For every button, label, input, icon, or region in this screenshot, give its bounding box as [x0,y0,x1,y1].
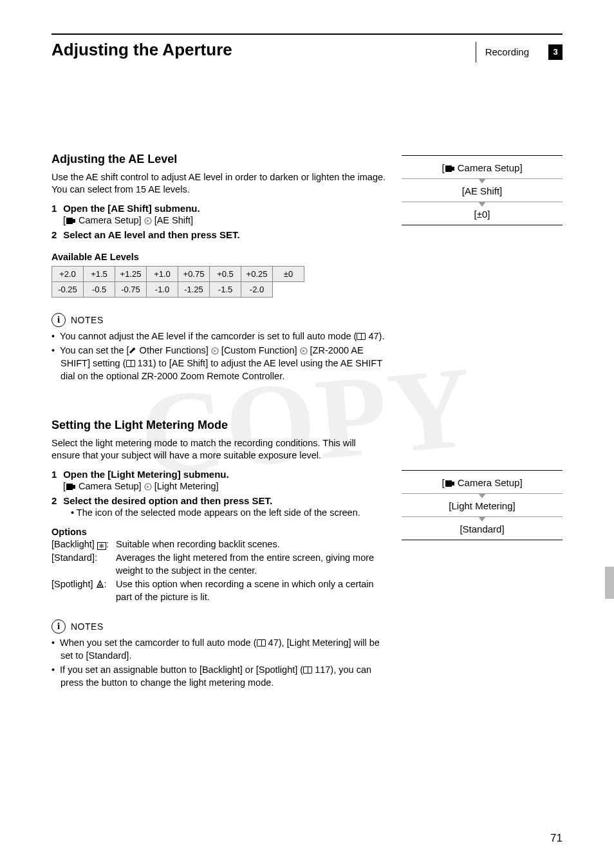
lm-path-b: [Light Metering] [154,481,219,491]
path-row: [ Camera Setup] [402,156,563,178]
lm-step1: 1 Open the [Light Metering] submenu. [51,469,386,480]
ae-path-a: Camera Setup] [79,215,142,225]
svg-rect-6 [73,485,75,489]
opt-desc: Suitable when recording backlit scenes. [116,538,280,551]
lm-step2-sub: • The icon of the selected mode appears … [71,507,386,518]
notes-label: NOTES [71,315,104,325]
path-text: Camera Setup] [458,477,523,488]
ae-note2: You can set the [ Other Functions] [Cust… [51,344,386,382]
opt-label: [Spotlight] : [51,578,116,603]
path-row: [±0] [402,202,563,225]
arrow-icon [300,347,308,355]
ae-step1-text: Open the [AE Shift] submenu. [63,203,200,214]
options-title: Options [51,527,386,537]
svg-rect-10 [452,167,454,171]
arrow-icon [144,483,152,491]
ae-levels-table: +2.0 +1.5 +1.25 +1.0 +0.75 +0.5 +0.25 ±0… [51,266,304,297]
path-row: [ Camera Setup] [402,471,563,493]
info-icon: i [51,313,66,327]
arrow-icon [211,347,219,355]
opt-label: [Standard]: [51,552,116,577]
svg-rect-9 [445,165,452,172]
ae-note1: You cannot adjust the AE level if the ca… [51,330,386,343]
chapter-chip: 3 [548,44,563,60]
opt-spotlight: [Spotlight] : Use this option when recor… [51,578,386,603]
note-text: If you set an assignable button to [Back… [60,665,303,675]
note-text: [Custom Function] [221,345,297,355]
page-title: Adjusting the Aperture [51,40,232,60]
page-number: 71 [550,832,563,845]
ae-notes-header: i NOTES [51,313,386,327]
lm-heading: Setting the Light Metering Mode [51,419,386,432]
svg-point-8 [99,585,101,587]
opt-desc: Use this option when recording a scene i… [116,578,386,603]
ae-intro: Use the AE shift control to adjust AE le… [51,171,386,196]
camera-icon [66,483,76,491]
available-levels-label: Available AE Levels [51,252,386,262]
svg-rect-12 [452,482,454,486]
opt-label-text: [Backlight] [51,539,95,549]
opt-label-text: [Spotlight] [51,579,93,589]
ae-cell: +1.0 [147,266,178,281]
lm-intro: Select the light metering mode to match … [51,437,386,462]
ae-cell: -0.5 [84,281,115,297]
lm-notes-list: When you set the camcorder to full auto … [51,636,386,689]
book-ref-icon [126,360,135,367]
camera-icon [445,165,455,173]
lm-step2: 2 Select the desired option and then pre… [51,495,386,506]
ae-menu-path: [ Camera Setup] [AE Shift] [±0] [402,155,563,225]
opt-backlight: [Backlight] ✻: Suitable when recording b… [51,538,386,551]
ae-cell: +0.25 [241,266,273,281]
book-ref-icon [303,666,312,674]
ae-cell: +0.75 [178,266,210,281]
ae-heading: Adjusting the AE Level [51,153,386,166]
path-row: [Standard] [402,517,563,540]
ae-cell: -0.75 [115,281,147,297]
lm-note1: When you set the camcorder to full auto … [51,636,386,662]
ae-cell: -1.25 [178,281,210,297]
arrow-icon [144,217,152,225]
lm-notes-header: i NOTES [51,619,386,634]
note-text: Other Functions] [137,345,209,355]
lm-sub-text: The icon of the selected mode appears on… [77,507,360,518]
note-ref: 47). [368,331,384,341]
notes-label: NOTES [71,621,104,632]
lm-menu-path: [ Camera Setup] [Light Metering] [Standa… [402,470,563,540]
camera-icon [66,217,76,225]
opt-label: [Backlight] ✻: [51,538,116,551]
path-text: Camera Setup] [458,162,523,173]
lm-step1-text: Open the [Light Metering] submenu. [63,469,229,480]
ae-cell: +2.0 [52,266,84,281]
side-tab [605,567,614,599]
ae-cell: +1.5 [84,266,115,281]
ae-step2: 2 Select an AE level and then press SET. [51,229,386,240]
ae-path-b: [AE Shift] [154,215,193,225]
svg-rect-11 [445,480,452,487]
note-text: You cannot adjust the AE level if the ca… [60,331,357,341]
svg-rect-1 [73,219,75,223]
ae-step1-path: [ Camera Setup] [AE Shift] [63,215,386,225]
book-ref-icon [357,333,366,340]
note-text: When you set the camcorder to full auto … [60,637,256,648]
path-row: [Light Metering] [402,494,563,516]
ae-cell: -1.0 [147,281,178,297]
book-ref-icon [257,639,266,646]
lm-note2: If you set an assignable button to [Back… [51,663,386,689]
camera-icon [445,480,455,487]
info-icon: i [51,619,66,634]
spotlight-icon [96,580,104,589]
ae-cell: +1.25 [115,266,147,281]
ae-cell: -0.25 [52,281,84,297]
note-text: You can set the [ [60,345,129,355]
ae-cell: +0.5 [210,266,241,281]
ae-cell: ±0 [273,266,304,281]
ae-cell: -2.0 [241,281,273,297]
svg-rect-0 [66,218,73,224]
opt-desc: Averages the light metered from the enti… [116,552,386,577]
lm-path-a: Camera Setup] [79,481,142,491]
lm-step2-text: Select the desired option and then press… [63,495,272,506]
opt-standard: [Standard]: Averages the light metered f… [51,552,386,577]
ae-step1: 1 Open the [AE Shift] submenu. [51,203,386,214]
ae-step2-text: Select an AE level and then press SET. [63,229,240,240]
lm-step1-path: [ Camera Setup] [Light Metering] [63,481,386,491]
